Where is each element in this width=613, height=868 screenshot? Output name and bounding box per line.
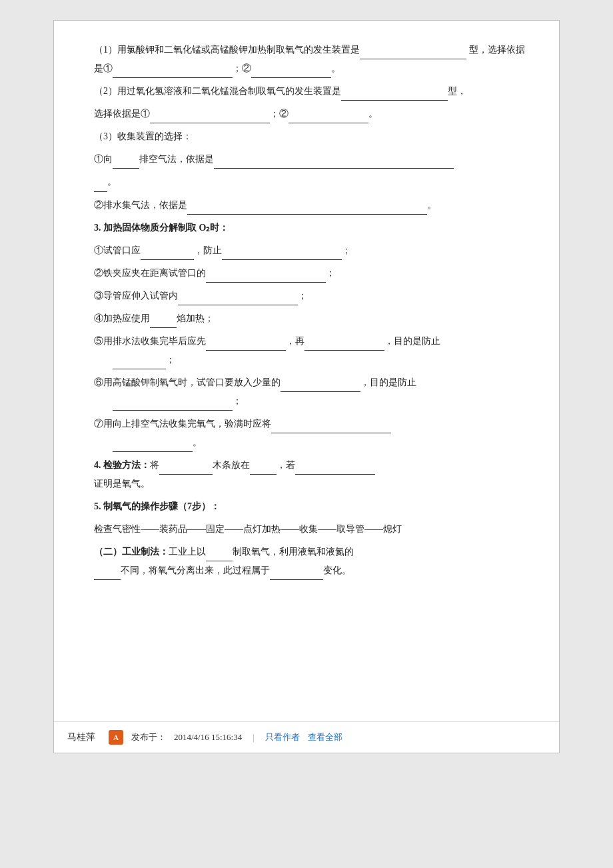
para2-text-b: 型， <box>448 86 466 96</box>
blank-item4a <box>150 318 177 328</box>
blank-item2a <box>206 273 326 283</box>
blank-item5b <box>305 341 384 351</box>
blank-2c <box>150 113 270 123</box>
section5-title-text: 5. 制氧气的操作步骤（7步）： <box>94 501 220 511</box>
section4-text-b: 木条放在 <box>213 460 250 470</box>
footer-bar: 马桂萍 A 发布于： 2014/4/16 15:16:34 | 只看作者 查看全… <box>54 721 559 753</box>
section4-cont: 证明是氧气。 <box>94 475 532 493</box>
item-6: ⑥用高锰酸钾制氧气时，试管口要放入少量的，目的是防止 ； <box>94 373 532 411</box>
item3-text-a: ③导管应伸入试管内 <box>94 291 178 301</box>
paragraph-4: ①向排空气法，依据是 <box>94 150 532 169</box>
para4-text-c: 。 <box>107 177 117 187</box>
section6-text-d: 变化。 <box>323 565 351 575</box>
section5-content-text: 检查气密性——装药品——固定——点灯加热——收集——取导管——熄灯 <box>94 524 402 534</box>
item5-cont: ； <box>94 351 532 369</box>
blank-item6a <box>281 382 360 392</box>
blank-4c <box>334 159 454 169</box>
main-content: （1）用氯酸钾和二氧化锰或高锰酸钾加热制取氧气的发生装置是 型，选择依据是①；②… <box>54 21 559 721</box>
section6-cont: 不同，将氧气分离出来，此过程属于变化。 <box>94 561 532 580</box>
blank-4b <box>214 159 334 169</box>
para4-dash <box>94 173 107 192</box>
item7-text-a: ⑦用向上排空气法收集完氧气，验满时应将 <box>94 419 271 429</box>
item6-cont: ； <box>94 392 532 411</box>
item5-text-c: ，目的是防止 <box>384 336 440 346</box>
item2-text-a: ②铁夹应夹在距离试管口的 <box>94 268 206 278</box>
item7-cont: 。 <box>94 433 532 452</box>
paragraph-3: （3）收集装置的选择： <box>94 127 532 146</box>
item5-text-b: ，再 <box>286 336 305 346</box>
blank-2b <box>421 91 448 101</box>
blank-item7a <box>271 423 391 433</box>
item-3: ③导管应伸入试管内； <box>94 287 532 305</box>
blank-item3a <box>178 295 298 305</box>
blank-item5c <box>113 359 166 369</box>
item4-text-b: 焰加热； <box>177 313 214 323</box>
blank-2a <box>341 91 421 101</box>
publish-label: 发布于： <box>131 731 166 743</box>
item6-text-a: ⑥用高锰酸钾制氧气时，试管口要放入少量的 <box>94 377 281 387</box>
item4-text-a: ④加热应使用 <box>94 313 150 323</box>
section3-title: 3. 加热固体物质分解制取 O₂时： <box>94 219 532 237</box>
para5-text-b: 。 <box>427 200 436 210</box>
only-author-link[interactable]: 只看作者 <box>265 731 300 743</box>
para1-text-c: ；② <box>233 63 251 73</box>
view-all-link[interactable]: 查看全部 <box>308 731 342 743</box>
item-7: ⑦用向上排空气法收集完氧气，验满时应将 。 <box>94 415 532 452</box>
section4-title-text: 4. 检验方法： <box>94 460 150 470</box>
section4-text-a: 将 <box>150 460 159 470</box>
para5-text-a: ②排水集气法，依据是 <box>94 200 187 210</box>
item6-text-c: ； <box>233 396 242 406</box>
blank-1d <box>251 68 331 78</box>
blank-item5a <box>206 341 286 351</box>
item-2: ②铁夹应夹在距离试管口的； <box>94 264 532 283</box>
item5-text-d: ； <box>166 355 175 365</box>
paragraph-4-cont: 。 <box>94 173 532 192</box>
para2-text-d: ；② <box>270 109 289 119</box>
footer-divider: | <box>253 732 255 743</box>
section6-title-text: （二）工业制法： <box>94 547 169 557</box>
blank-item1a <box>141 250 194 260</box>
blank-item6b <box>113 401 233 411</box>
item7-text-b: 。 <box>193 437 202 447</box>
publish-time: 2014/4/16 15:16:34 <box>174 732 242 743</box>
para4-text-b: 排空气法，依据是 <box>139 154 214 164</box>
author-name: 马桂萍 <box>67 731 95 743</box>
section6-text-b: 制取氧气，利用液氧和液氮的 <box>233 547 354 557</box>
para4-text-a: ①向 <box>94 154 113 164</box>
item2-text-b: ； <box>326 268 335 278</box>
blank-s4c <box>295 465 375 475</box>
blank-1b <box>440 49 466 59</box>
content-card: （1）用氯酸钾和二氧化锰或高锰酸钾加热制取氧气的发生装置是 型，选择依据是①；②… <box>53 20 560 753</box>
blank-s4b <box>250 465 277 475</box>
para2-text-a: （2）用过氧化氢溶液和二氧化锰混合制取氧气的发生装置是 <box>94 86 341 96</box>
section3-title-text: 3. 加热固体物质分解制取 O₂时： <box>94 223 229 233</box>
item1-text-c: ； <box>342 245 351 255</box>
user-icon: A <box>109 730 123 745</box>
item3-text-b: ； <box>298 291 307 301</box>
section4-text-c: ，若 <box>277 460 295 470</box>
section5-title-block: 5. 制氧气的操作步骤（7步）： <box>94 497 532 516</box>
blank-s6a <box>206 551 233 561</box>
item-1: ①试管口应，防止； <box>94 241 532 260</box>
para1-text-a: （1）用氯酸钾和二氧化锰或高锰酸钾加热制取氧气的发生装置是 <box>94 45 360 55</box>
para1-text-d: 。 <box>331 63 340 73</box>
item-5: ⑤用排水法收集完毕后应先，再，目的是防止 ； <box>94 332 532 369</box>
blank-5a <box>187 205 307 215</box>
blank-s6c <box>270 570 323 580</box>
item-4: ④加热应使用焰加热； <box>94 309 532 328</box>
item5-text-a: ⑤用排水法收集完毕后应先 <box>94 336 206 346</box>
blank-s6b <box>94 570 121 580</box>
paragraph-2: （2）用过氧化氢溶液和二氧化锰混合制取氧气的发生装置是型， <box>94 82 532 101</box>
blank-4a <box>113 159 139 169</box>
blank-1a <box>360 49 440 59</box>
paragraph-1: （1）用氯酸钾和二氧化锰或高锰酸钾加热制取氧气的发生装置是 型，选择依据是①；②… <box>94 41 532 78</box>
item1-text-a: ①试管口应 <box>94 245 141 255</box>
section4: 4. 检验方法：将木条放在，若 证明是氧气。 <box>94 456 532 493</box>
page-container: （1）用氯酸钾和二氧化锰或高锰酸钾加热制取氧气的发生装置是 型，选择依据是①；②… <box>0 0 613 868</box>
section6: （二）工业制法：工业上以制取氧气，利用液氧和液氮的 不同，将氧气分离出来，此过程… <box>94 543 532 580</box>
paragraph-5: ②排水集气法，依据是。 <box>94 196 532 215</box>
blank-item1b <box>222 250 342 260</box>
paragraph-2b: 选择依据是①；②。 <box>94 105 532 123</box>
blank-5b <box>307 205 427 215</box>
blank-1c <box>113 68 233 78</box>
